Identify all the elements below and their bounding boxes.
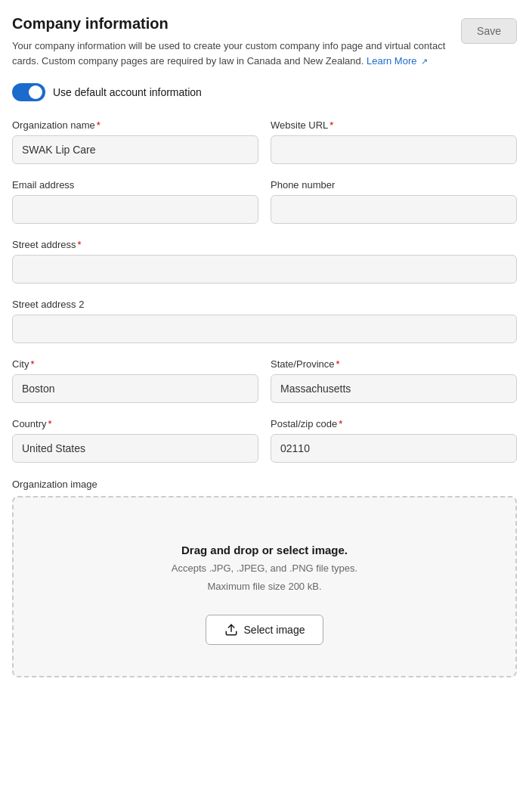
learn-more-text: Learn More [367, 55, 416, 67]
city-input[interactable] [12, 374, 258, 403]
toggle-row: Use default account information [12, 83, 517, 101]
phone-group: Phone number [271, 179, 517, 224]
email-phone-row: Email address Phone number [12, 179, 517, 224]
org-name-label: Organization name* [12, 119, 258, 131]
learn-more-link[interactable]: Learn More ↗︎ [367, 55, 428, 67]
toggle-label: Use default account information [53, 86, 202, 98]
drag-drop-text: Drag and drop or select image. [181, 544, 348, 556]
street1-required: * [78, 239, 82, 250]
email-label: Email address [12, 179, 258, 191]
state-required: * [336, 358, 340, 370]
org-name-required: * [97, 119, 101, 131]
max-size-text: Maximum file size 200 kB. [208, 579, 322, 594]
street2-group: Street address 2 [12, 299, 517, 343]
org-name-input[interactable] [12, 135, 258, 164]
street2-section: Street address 2 [12, 299, 517, 343]
city-label: City* [12, 358, 258, 370]
website-group: Website URL* [271, 119, 517, 164]
street2-input[interactable] [12, 315, 517, 343]
page-title: Company information [12, 15, 449, 33]
state-input[interactable] [271, 374, 517, 403]
city-state-row: City* State/Province* [12, 358, 517, 403]
image-label: Organization image [12, 479, 97, 490]
external-link-icon: ↗︎ [421, 55, 428, 68]
postal-input[interactable] [271, 434, 517, 463]
website-input-blurred[interactable] [271, 135, 517, 164]
header-row: Company information Your company informa… [12, 15, 517, 68]
street2-label: Street address 2 [12, 299, 517, 310]
header-text: Company information Your company informa… [12, 15, 449, 68]
city-required: * [30, 358, 34, 370]
accepts-text: Accepts .JPG, .JPEG, and .PNG file types… [172, 561, 357, 576]
website-required: * [329, 119, 333, 131]
toggle-slider [12, 83, 45, 101]
postal-required: * [339, 418, 342, 429]
phone-input[interactable] [271, 195, 517, 224]
country-postal-row: Country* Postal/zip code* [12, 418, 517, 463]
country-group: Country* [12, 418, 258, 463]
postal-group: Postal/zip code* [271, 418, 517, 463]
street1-section: Street address* [12, 239, 517, 284]
street1-label: Street address* [12, 239, 517, 250]
email-input-blurred[interactable] [12, 195, 258, 224]
image-section: Organization image Drag and drop or sele… [12, 478, 517, 677]
state-group: State/Province* [271, 358, 517, 403]
country-label: Country* [12, 418, 258, 429]
toggle-switch[interactable] [12, 83, 45, 101]
country-required: * [48, 418, 52, 429]
org-name-group: Organization name* [12, 119, 258, 164]
image-upload-area[interactable]: Drag and drop or select image. Accepts .… [12, 496, 517, 677]
select-image-label: Select image [244, 624, 305, 636]
website-label: Website URL* [271, 119, 517, 131]
postal-label: Postal/zip code* [271, 418, 517, 429]
page-description: Your company information will be used to… [12, 39, 449, 68]
street1-input-blurred[interactable] [12, 255, 517, 284]
street1-group: Street address* [12, 239, 517, 284]
email-group: Email address [12, 179, 258, 224]
page-container: Company information Your company informa… [12, 15, 517, 677]
upload-icon [224, 623, 238, 637]
phone-label: Phone number [271, 179, 517, 191]
state-label: State/Province* [271, 358, 517, 370]
save-button[interactable]: Save [461, 18, 517, 44]
org-website-row: Organization name* Website URL* [12, 119, 517, 164]
select-image-button[interactable]: Select image [206, 615, 324, 645]
city-group: City* [12, 358, 258, 403]
country-input[interactable] [12, 434, 258, 463]
